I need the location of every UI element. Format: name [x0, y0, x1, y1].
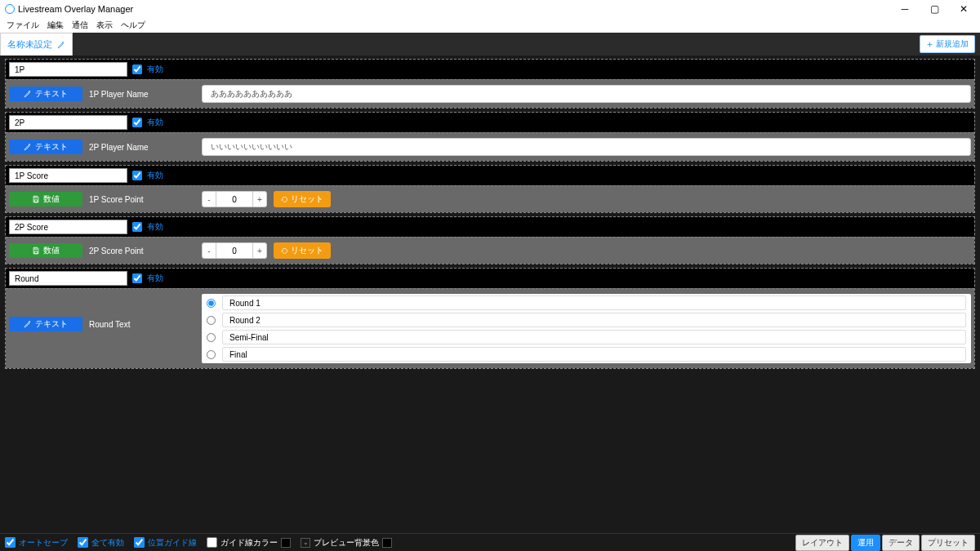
radio-option[interactable]	[207, 350, 216, 359]
close-button[interactable]: ✕	[949, 0, 978, 18]
menu-file[interactable]: ファイル	[7, 20, 39, 31]
radio-option-input[interactable]	[222, 330, 966, 344]
type-text-button[interactable]: テキスト	[9, 317, 82, 331]
plus-icon	[926, 41, 933, 48]
reset-button[interactable]: リセット	[274, 191, 331, 207]
number-input[interactable]	[216, 242, 252, 259]
enable-label: 有効	[147, 273, 163, 284]
text-value-input[interactable]	[202, 85, 971, 103]
panel-body: テキスト 2P Player Name	[6, 132, 974, 161]
panel-header: 有効	[6, 269, 974, 288]
panel-body: テキスト Round Text	[6, 288, 974, 368]
decrement-button[interactable]: -	[202, 242, 216, 259]
panel-header: 有効	[6, 113, 974, 132]
apply-button[interactable]: 運用	[851, 535, 880, 551]
menu-comm[interactable]: 通信	[72, 20, 88, 31]
enable-label: 有効	[147, 221, 163, 233]
type-num-button[interactable]: 数値	[9, 192, 82, 207]
panel-body: 数値 1P Score Point - + リセット	[6, 185, 974, 212]
autosave-toggle[interactable]: オートセーブ	[5, 537, 68, 549]
panel: 有効 テキスト Round Text	[5, 268, 975, 369]
menu-help[interactable]: ヘルプ	[121, 20, 145, 31]
enable-label: 有効	[147, 64, 163, 75]
type-text-button[interactable]: テキスト	[9, 140, 82, 154]
guide-color-toggle[interactable]: ガイド線カラー	[207, 537, 291, 549]
radio-row	[203, 330, 969, 344]
panel-body: テキスト 1P Player Name	[6, 79, 974, 108]
panel: 有効 数値 2P Score Point - + リセット	[5, 216, 975, 264]
enable-checkbox[interactable]	[132, 222, 142, 232]
layout-button[interactable]: レイアウト	[795, 535, 849, 551]
topbar: 名称未設定 新規追加	[0, 33, 980, 56]
window-titlebar: Livestream Overlay Manager ─ ▢ ✕	[0, 0, 980, 18]
number-stepper: - +	[202, 242, 267, 259]
radio-option[interactable]	[207, 333, 216, 342]
edit-icon	[57, 41, 65, 49]
type-text-button[interactable]: テキスト	[9, 87, 82, 101]
window-title: Livestream Overlay Manager	[18, 4, 133, 14]
tab-label: 名称未設定	[7, 38, 52, 51]
panel-header: 有効	[6, 60, 974, 79]
enable-all-toggle[interactable]: 全て有効	[78, 537, 124, 549]
guide-color-swatch[interactable]	[281, 538, 291, 548]
reset-button[interactable]: リセット	[274, 242, 331, 259]
tab-active[interactable]: 名称未設定	[0, 33, 73, 56]
radio-option-input[interactable]	[222, 313, 966, 327]
increment-button[interactable]: +	[252, 191, 267, 207]
panel-name-input[interactable]	[9, 62, 127, 77]
enable-label: 有効	[147, 117, 163, 128]
preview-bg-toggle[interactable]: ⌄プレビュー背景色	[301, 537, 392, 549]
guide-toggle[interactable]: 位置ガイド線	[134, 537, 197, 549]
radio-row	[203, 295, 969, 310]
field-label: 2P Player Name	[89, 143, 195, 152]
panel-name-input[interactable]	[9, 220, 127, 234]
minimize-button[interactable]: ─	[890, 0, 920, 18]
app-icon	[5, 4, 15, 14]
panel: 有効 テキスト 2P Player Name	[5, 112, 975, 162]
panel-name-input[interactable]	[9, 115, 127, 130]
enable-label: 有効	[147, 170, 163, 181]
panel-name-input[interactable]	[9, 271, 127, 286]
chevron-down-icon[interactable]: ⌄	[301, 538, 310, 548]
menubar: ファイル 編集 通信 表示 ヘルプ	[0, 18, 980, 33]
menu-view[interactable]: 表示	[96, 20, 113, 31]
type-num-button[interactable]: 数値	[9, 243, 82, 258]
enable-checkbox[interactable]	[132, 64, 142, 74]
panel-header: 有効	[6, 166, 974, 185]
text-value-input[interactable]	[202, 138, 971, 156]
footer: オートセーブ 全て有効 位置ガイド線 ガイド線カラー ⌄プレビュー背景色 レイア…	[0, 533, 980, 551]
panel: 有効 数値 1P Score Point - + リセット	[5, 165, 975, 213]
panel-body: 数値 2P Score Point - + リセット	[6, 237, 974, 264]
radio-option-input[interactable]	[222, 295, 966, 310]
field-label: Round Text	[89, 320, 195, 329]
menu-edit[interactable]: 編集	[47, 20, 64, 31]
enable-checkbox[interactable]	[132, 171, 142, 180]
radio-option[interactable]	[207, 316, 216, 325]
enable-checkbox[interactable]	[132, 273, 142, 283]
number-input[interactable]	[216, 191, 252, 207]
increment-button[interactable]: +	[252, 242, 267, 259]
radio-panel	[202, 294, 971, 363]
panel: 有効 テキスト 1P Player Name	[5, 59, 975, 109]
panel-name-input[interactable]	[9, 168, 127, 183]
preview-bg-swatch[interactable]	[382, 538, 392, 548]
data-button[interactable]: データ	[882, 535, 920, 551]
enable-checkbox[interactable]	[132, 118, 142, 127]
radio-row	[203, 347, 969, 362]
add-new-button[interactable]: 新規追加	[920, 35, 975, 53]
radio-option[interactable]	[207, 299, 216, 308]
field-label: 2P Score Point	[89, 247, 195, 256]
radio-option-input[interactable]	[222, 347, 966, 362]
field-label: 1P Score Point	[89, 195, 195, 204]
maximize-button[interactable]: ▢	[920, 0, 949, 18]
radio-row	[203, 313, 969, 327]
panels-container: 有効 テキスト 1P Player Name 有効 テキスト 2P Player…	[0, 56, 980, 533]
decrement-button[interactable]: -	[202, 191, 216, 207]
field-label: 1P Player Name	[89, 90, 195, 99]
number-stepper: - +	[202, 191, 267, 207]
panel-header: 有効	[6, 217, 974, 237]
window-controls: ─ ▢ ✕	[890, 0, 978, 18]
preset-button[interactable]: プリセット	[921, 535, 975, 551]
